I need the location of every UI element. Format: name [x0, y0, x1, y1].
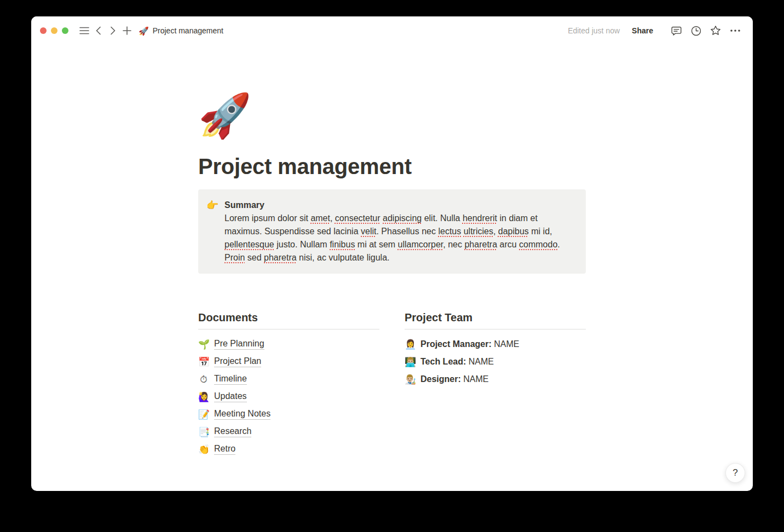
callout-title: Summary — [224, 199, 577, 212]
misspelled-word: consectetur — [335, 213, 381, 223]
document-link-label: Retro — [214, 444, 235, 455]
page-scroll-area: 🚀 Project management 👉 Summary Lorem ips… — [31, 45, 753, 491]
woman-raising-hand-emoji: 🙋‍♀️ — [198, 392, 209, 402]
team-member-role: Tech Lead: — [420, 357, 466, 366]
document-link[interactable]: ⏱Timeline — [198, 371, 379, 388]
misspelled-word: pharetra — [264, 253, 297, 262]
misspelled-word: ultricies — [464, 227, 493, 236]
plus-icon — [123, 26, 131, 35]
seedling-emoji: 🌱 — [198, 340, 209, 349]
document-link[interactable]: 📝Meeting Notes — [198, 406, 379, 423]
minimize-button[interactable] — [51, 27, 57, 34]
window-titlebar: 🚀 Project management Edited just now Sha… — [31, 16, 753, 45]
misspelled-word: commodo — [519, 240, 557, 249]
misspelled-word: ullamcorper — [398, 240, 443, 249]
misspelled-word: amet — [310, 213, 330, 223]
misspelled-word: finibus — [330, 240, 355, 249]
team-member-text: Tech Lead: NAME — [420, 357, 494, 367]
traffic-lights — [40, 27, 68, 34]
misspelled-word: pellentesque — [224, 240, 274, 249]
calendar-emoji: 📅 — [198, 357, 209, 367]
team-list: 👩‍💼Project Manager: NAME👨🏼‍💻Tech Lead: N… — [405, 336, 586, 388]
document-link-label: Research — [214, 426, 251, 437]
chevron-right-icon — [110, 26, 116, 35]
page-title[interactable]: Project management — [198, 153, 586, 180]
document-link[interactable]: 🙋‍♀️Updates — [198, 388, 379, 406]
documents-column: Documents 🌱Pre Planning📅Project Plan⏱Tim… — [198, 311, 379, 458]
back-button[interactable] — [91, 24, 106, 38]
breadcrumb[interactable]: 🚀 Project management — [139, 26, 223, 35]
man-artist-emoji: 👨🏼‍🎨 — [405, 375, 416, 384]
misspelled-word: pharetra — [464, 240, 497, 249]
app-window: 🚀 Project management Edited just now Sha… — [31, 16, 753, 491]
team-member-text: Designer: NAME — [420, 374, 488, 384]
share-button[interactable]: Share — [632, 26, 653, 35]
document-link-label: Meeting Notes — [214, 409, 270, 420]
team-member-role: Designer: — [420, 374, 461, 384]
woman-office-worker-emoji: 👩‍💼 — [405, 340, 416, 349]
team-heading: Project Team — [405, 311, 586, 329]
breadcrumb-title: Project management — [153, 26, 223, 35]
team-member-row: 👩‍💼Project Manager: NAME — [405, 336, 586, 353]
document-link-label: Timeline — [214, 374, 247, 385]
misspelled-word: adipiscing — [383, 213, 422, 223]
edited-status: Edited just now — [568, 26, 620, 35]
document-link[interactable]: 🌱Pre Planning — [198, 336, 379, 353]
team-column: Project Team 👩‍💼Project Manager: NAME👨🏼‍… — [405, 311, 586, 458]
team-member-row: 👨🏼‍🎨Designer: NAME — [405, 371, 586, 388]
help-button[interactable]: ? — [725, 463, 745, 483]
misspelled-word: lectus — [438, 227, 461, 236]
summary-callout[interactable]: 👉 Summary Lorem ipsum dolor sit amet, co… — [198, 189, 586, 274]
misspelled-word: velit — [361, 227, 376, 236]
comments-button[interactable] — [668, 23, 684, 38]
rocket-icon: 🚀 — [139, 27, 149, 35]
forward-button[interactable] — [106, 24, 120, 38]
document-link-label: Pre Planning — [214, 339, 264, 350]
document-link-label: Updates — [214, 391, 247, 402]
help-label: ? — [733, 467, 737, 478]
ellipsis-icon — [730, 30, 740, 32]
sidebar-toggle-button[interactable] — [77, 24, 91, 38]
memo-emoji: 📝 — [198, 410, 209, 419]
document-link-label: Project Plan — [214, 356, 261, 367]
bookmark-tabs-emoji: 📑 — [198, 427, 209, 437]
document-link[interactable]: 📅Project Plan — [198, 353, 379, 371]
star-icon — [710, 25, 721, 36]
team-member-text: Project Manager: NAME — [420, 339, 519, 349]
document-link[interactable]: 👏Retro — [198, 441, 379, 458]
misspelled-word: dapibus — [498, 227, 529, 236]
misspelled-word: Proin — [224, 253, 245, 262]
misspelled-word: hendrerit — [463, 213, 497, 223]
team-member-row: 👨🏼‍💻Tech Lead: NAME — [405, 353, 586, 371]
hamburger-icon — [79, 27, 89, 34]
favorite-button[interactable] — [708, 23, 723, 38]
documents-heading: Documents — [198, 311, 379, 329]
page-icon-rocket[interactable]: 🚀 — [198, 94, 251, 137]
zoom-button[interactable] — [62, 27, 68, 34]
chevron-left-icon — [96, 26, 101, 35]
team-member-role: Project Manager: — [420, 339, 492, 349]
history-button[interactable] — [688, 23, 704, 38]
documents-list: 🌱Pre Planning📅Project Plan⏱Timeline🙋‍♀️U… — [198, 336, 379, 458]
new-page-button[interactable] — [120, 24, 134, 38]
pointing-finger-icon: 👉 — [206, 199, 219, 264]
clock-icon — [691, 26, 701, 36]
close-button[interactable] — [40, 27, 47, 34]
document-link[interactable]: 📑Research — [198, 423, 379, 441]
more-button[interactable] — [728, 23, 743, 38]
man-technologist-emoji: 👨🏼‍💻 — [405, 357, 416, 367]
callout-text: Lorem ipsum dolor sit amet, consectetur … — [224, 212, 577, 264]
clapping-hands-emoji: 👏 — [198, 445, 209, 454]
comment-icon — [671, 26, 682, 36]
stopwatch-emoji: ⏱ — [198, 375, 209, 384]
